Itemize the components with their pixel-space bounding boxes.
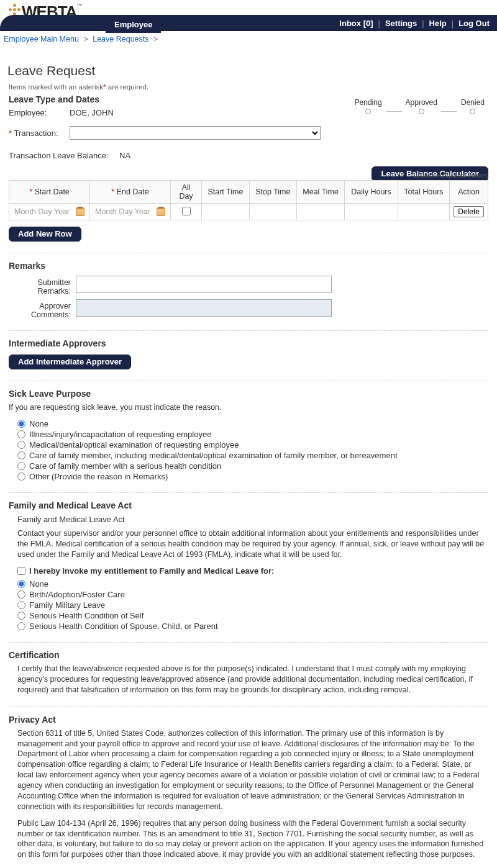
transaction-select[interactable] [70, 126, 321, 140]
total-hours-cell [398, 204, 450, 220]
end-date-input[interactable]: Month Day Year [94, 207, 166, 216]
fmla-radio-self[interactable] [17, 612, 25, 620]
sick-radio-group: None Illness/injury/incapacitation of re… [17, 419, 487, 481]
section-sick: Sick Leave Purpose [9, 389, 488, 399]
sick-radio-other[interactable] [17, 472, 25, 481]
transaction-label: * Transaction: [9, 129, 65, 138]
employee-label: Employee: [9, 108, 65, 117]
meal-time-cell[interactable] [296, 204, 345, 220]
privacy-p2: Public Law 104-134 (April 26, 1996) requ… [17, 818, 487, 861]
leave-request-table: * Start Date * End Date All Day Start Ti… [9, 180, 488, 220]
nav-logout[interactable]: Log Out [458, 19, 490, 28]
employee-name: DOE, JOHN [70, 108, 114, 117]
fmla-radio-birth[interactable] [17, 590, 25, 599]
start-date-input[interactable]: Month Day Year [13, 207, 86, 216]
submitter-remarks-input[interactable] [76, 276, 332, 293]
cert-text: I certify that the leave/absence request… [17, 664, 487, 695]
header: WEBTA™ Employee Inbox [0] | Settings | H… [0, 0, 497, 31]
sick-radio-none[interactable] [17, 420, 25, 428]
required-note: Items marked with an asterisk* are requi… [9, 83, 488, 91]
privacy-p1: Section 6311 of title 5, United States C… [17, 728, 487, 812]
section-fmla: Family and Medical Leave Act [9, 500, 488, 510]
fmla-radio-none[interactable] [17, 580, 25, 588]
add-intermediate-approver-button[interactable]: Add Intermediate Approver [9, 355, 131, 369]
section-remarks: Remarks [9, 261, 488, 271]
tab-employee[interactable]: Employee [106, 17, 161, 33]
crumb-main-menu[interactable]: Employee Main Menu [4, 35, 79, 43]
sick-radio-medical[interactable] [17, 441, 25, 449]
start-time-cell[interactable] [202, 204, 250, 220]
section-intermediate: Intermediate Approvers [9, 338, 488, 348]
approver-comments-label: Approver Comments: [9, 299, 71, 319]
submitter-remarks-label: Submitter Remarks: [9, 276, 71, 296]
fmla-radio-military[interactable] [17, 601, 25, 609]
calendar-icon[interactable] [76, 208, 84, 216]
nav-settings[interactable]: Settings [385, 19, 417, 28]
table-caption: Leave Request Times [9, 171, 488, 180]
section-privacy: Privacy Act [9, 715, 488, 725]
balance-label: Transaction Leave Balance: [9, 151, 114, 160]
nav-help[interactable]: Help [429, 19, 447, 28]
fmla-para: Contact your supervisor and/or your pers… [17, 528, 487, 560]
breadcrumb: Employee Main Menu > Leave Requests > [0, 31, 497, 43]
sick-radio-illness[interactable] [17, 430, 25, 438]
crumb-leave-requests[interactable]: Leave Requests [93, 35, 148, 43]
page-title: Leave Request [7, 63, 490, 78]
fmla-sub: Family and Medical Leave Act [17, 514, 487, 525]
sick-intro: If you are requesting sick leave, you mu… [9, 402, 487, 413]
section-cert: Certification [9, 650, 488, 660]
balance-value: NA [119, 151, 130, 160]
nav-inbox[interactable]: Inbox [0] [339, 19, 373, 28]
all-day-checkbox[interactable] [182, 207, 191, 215]
fmla-radio-group: None Birth/Adoption/Foster Care Family M… [17, 579, 487, 631]
approver-comments-display [76, 299, 332, 317]
daily-hours-cell [345, 204, 398, 220]
fmla-radio-spouse[interactable] [17, 622, 25, 630]
calendar-icon[interactable] [157, 208, 165, 216]
delete-row-button[interactable]: Delete [454, 206, 484, 217]
sick-radio-care[interactable] [17, 451, 25, 459]
table-row: Month Day Year Month Day Year Delete [9, 204, 488, 220]
section-leave-type: Leave Type and Dates [9, 94, 488, 104]
nav-bar: Employee Inbox [0] | Settings | Help | L… [0, 15, 497, 31]
logo-dots-icon [9, 4, 21, 16]
add-new-row-button[interactable]: Add New Row [9, 227, 81, 242]
stop-time-cell[interactable] [249, 204, 296, 220]
fmla-invoke-checkbox[interactable] [17, 567, 25, 575]
sick-radio-care-serious[interactable] [17, 462, 25, 470]
